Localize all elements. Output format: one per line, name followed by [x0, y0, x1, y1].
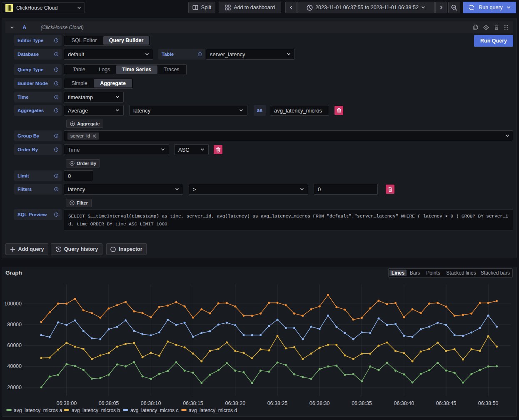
svg-text:06:38:45: 06:38:45 — [436, 400, 457, 406]
svg-text:06:38:25: 06:38:25 — [267, 400, 288, 406]
svg-text:06:38:15: 06:38:15 — [183, 400, 203, 406]
svg-text:avg_latency_micros c: avg_latency_micros c — [130, 408, 178, 413]
svg-text:20000: 20000 — [7, 385, 22, 390]
svg-text:06:38:40: 06:38:40 — [394, 400, 414, 406]
svg-text:06:38:20: 06:38:20 — [225, 400, 245, 406]
svg-text:60000: 60000 — [7, 342, 22, 348]
svg-text:06:38:05: 06:38:05 — [99, 400, 119, 406]
svg-text:06:38:10: 06:38:10 — [141, 400, 161, 406]
svg-text:80000: 80000 — [7, 322, 22, 328]
svg-text:06:38:30: 06:38:30 — [309, 400, 330, 406]
svg-text:avg_latency_micros d: avg_latency_micros d — [189, 408, 237, 413]
svg-text:avg_latency_micros a: avg_latency_micros a — [14, 408, 62, 413]
svg-text:06:38:35: 06:38:35 — [352, 400, 372, 406]
svg-text:100000: 100000 — [4, 301, 22, 307]
svg-text:avg_latency_micros b: avg_latency_micros b — [72, 408, 120, 413]
svg-text:06:38:50: 06:38:50 — [478, 400, 499, 406]
svg-text:40000: 40000 — [7, 363, 22, 369]
svg-text:06:38:00: 06:38:00 — [56, 400, 77, 406]
